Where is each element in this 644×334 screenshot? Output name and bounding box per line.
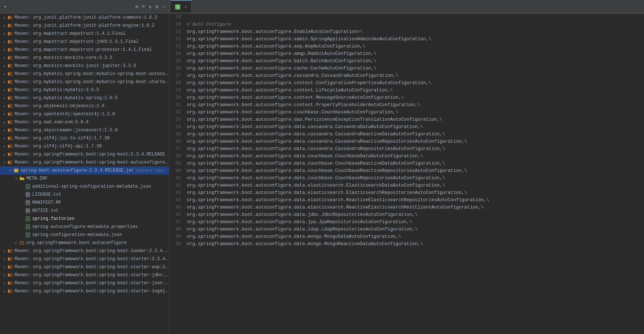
- reader-mode-button[interactable]: [637, 0, 644, 13]
- maven-icon: [7, 273, 13, 278]
- tree-item[interactable]: ▸org.springframework.boot.autoconfigure: [0, 239, 169, 247]
- tree-item[interactable]: ▸Maven: org.slf4j:slf4j-api:1.7.30: [0, 142, 169, 150]
- tree-item-label: Maven: org.slf4j:slf4j-api:1.7.30: [15, 144, 102, 149]
- svg-rect-38: [8, 161, 10, 164]
- expand-icon: ▸: [1, 265, 7, 269]
- sort-icon[interactable]: ⇅: [148, 3, 152, 11]
- tree-item[interactable]: Sspring.factories: [0, 215, 169, 223]
- line-number: 28: [172, 79, 181, 87]
- tree-item-label: Maven: org.mapstruct:mapstruct-jdk8:1.4.…: [15, 39, 138, 44]
- maven-icon: [7, 31, 13, 36]
- tree-item[interactable]: ▸Maven: org.mapstruct:mapstruct-processo…: [0, 46, 169, 54]
- expand-icon: ▸: [1, 48, 7, 52]
- tree-item[interactable]: {}additional-spring-configuration-metada…: [0, 183, 169, 191]
- collapse-icon[interactable]: ≡: [141, 3, 145, 10]
- tree-item[interactable]: ▸Maven: org.mybatis.spring.boot:mybatis-…: [0, 78, 169, 86]
- svg-rect-29: [10, 121, 12, 124]
- svg-rect-26: [8, 113, 10, 116]
- tree-item[interactable]: ▸Maven: org.mybatis.spring.boot:mybatis-…: [0, 70, 169, 78]
- tree-item-label: Maven: org.junit.platform:junit-platform…: [15, 15, 157, 20]
- expand-icon: ▸: [1, 104, 7, 108]
- tree-item[interactable]: ▸Maven: org.springframework.boot:spring-…: [0, 271, 169, 279]
- line-number: 40: [172, 167, 181, 174]
- line-number: 49: [172, 233, 181, 240]
- tree-item[interactable]: NOTICE.txt: [0, 207, 169, 215]
- svg-rect-8: [8, 40, 10, 43]
- tree-item[interactable]: ▾Maven: org.springframework.boot:spring-…: [0, 158, 169, 166]
- tree-item[interactable]: ▸Maven: org.mapstruct:mapstruct-jdk8:1.4…: [0, 38, 169, 46]
- svg-text:S: S: [177, 5, 178, 9]
- svg-rect-39: [10, 161, 12, 164]
- svg-rect-33: [10, 137, 12, 140]
- tab-close-icon[interactable]: ✕: [185, 5, 187, 9]
- tree-item[interactable]: ▸Maven: org.junit.platform:junit-platfor…: [0, 14, 169, 22]
- project-title-label[interactable]: ▼: [3, 5, 6, 8]
- line-number: 27: [172, 72, 181, 79]
- tree-item-label: MANIFEST.MF: [32, 200, 61, 205]
- tree-item-label: Maven: org.ow2.asm:asm:5.0.4: [15, 120, 89, 125]
- expand-icon: ▸: [1, 88, 7, 92]
- maven-icon: [7, 128, 13, 133]
- maven-icon: [7, 39, 13, 44]
- code-editor: 1920212223242526272829303132333435363738…: [169, 14, 644, 334]
- tree-item[interactable]: LICENSE.txt: [0, 191, 169, 199]
- tree-item[interactable]: ▸Maven: org.slf4j:jul-to-slf4j:1.7.30: [0, 134, 169, 142]
- tree-item[interactable]: ▸Maven: org.objenesis:objenesis:2.6: [0, 102, 169, 110]
- tree-item[interactable]: ▸Maven: org.mockito:mockito-junit-jupite…: [0, 62, 169, 70]
- tree-item[interactable]: MANIFEST.MF: [0, 199, 169, 207]
- tree-item[interactable]: Sspring-autoconfigure-metadata.propertie…: [0, 223, 169, 231]
- line-number: 30: [172, 94, 181, 101]
- code-line: org.springframework.boot.autoconfigure.c…: [187, 109, 641, 116]
- tree-item[interactable]: ▸Maven: org.springframework.boot:spring-…: [0, 255, 169, 263]
- locate-icon[interactable]: ⊕: [134, 3, 139, 11]
- tree-item-label: Maven: org.springframework.boot:spring-b…: [15, 264, 169, 270]
- tree-item[interactable]: ▸Maven: org.opentest4j:opentest4j:1.2.0: [0, 110, 169, 118]
- line-number: 38: [172, 153, 181, 160]
- code-line: org.springframework.boot.autoconfigure.c…: [187, 65, 641, 72]
- line-number: 20: [172, 21, 181, 28]
- project-chevron-icon: ▼: [4, 5, 6, 8]
- line-number: 19: [172, 14, 181, 21]
- maven-icon: [7, 248, 13, 254]
- svg-text:S: S: [27, 217, 29, 220]
- tab-spring-factories[interactable]: S ✕: [171, 0, 192, 13]
- tree-item[interactable]: ▸Maven: org.skyscreamer:jsonassert:1.5.0: [0, 126, 169, 134]
- tree-item-label: spring-autoconfigure-metadata.properties: [32, 224, 138, 229]
- maven-icon: [7, 63, 13, 68]
- tree-item[interactable]: ▸Maven: org.junit.platform:junit-platfor…: [0, 22, 169, 30]
- tree-item-label: spring-boot-autoconfigure-2.3.4.RELEASE.…: [21, 168, 134, 173]
- expand-icon: ▸: [1, 16, 7, 20]
- tree-item[interactable]: ▸Maven: org.springframework.boot:spring-…: [0, 263, 169, 271]
- tree-item[interactable]: ▾spring-boot-autoconfigure-2.3.4.RELEASE…: [0, 166, 169, 174]
- txt-file-icon: [25, 208, 31, 213]
- tree-item[interactable]: ▸Maven: org.springframework.boot:spring-…: [0, 247, 169, 255]
- tree-item[interactable]: ▸Maven: org.springframework.boot:spring-…: [0, 287, 169, 295]
- tree-item[interactable]: ▸Maven: org.mybatis:mybatis:3.5.5: [0, 86, 169, 94]
- minimize-icon[interactable]: —: [162, 3, 166, 10]
- tree-item[interactable]: ▸Maven: org.springframework.boot:spring-…: [0, 150, 169, 158]
- maven-icon: [7, 15, 13, 20]
- svg-rect-21: [10, 89, 12, 91]
- tree-item[interactable]: ▸Maven: org.mybatis:mybatis-spring:2.0.5: [0, 94, 169, 102]
- svg-rect-69: [8, 274, 10, 277]
- svg-rect-36: [8, 153, 10, 156]
- tree-item-label: Maven: org.junit.platform:junit-platform…: [15, 23, 155, 28]
- code-line: org.springframework.boot.autoconfigure.d…: [187, 138, 641, 145]
- tree-item-label: Maven: org.mybatis:mybatis-spring:2.0.5: [15, 95, 118, 101]
- svg-text:{}: {}: [27, 185, 29, 188]
- maven-icon: [7, 264, 13, 270]
- expand-icon: ▸: [1, 273, 7, 277]
- tree-item[interactable]: ▾META-INF: [0, 174, 169, 183]
- svg-rect-10: [8, 48, 10, 51]
- tree-item[interactable]: ▸Maven: org.ow2.asm:asm:5.0.4: [0, 118, 169, 126]
- tree-item-label: Maven: org.mybatis.spring.boot:mybatis-s…: [15, 79, 169, 85]
- tree-item[interactable]: {}spring-configuration-metadata.json: [0, 231, 169, 239]
- tree-item[interactable]: ▸Maven: org.mapstruct:mapstruct:1.4.1.Fi…: [0, 30, 169, 38]
- settings-gear-icon[interactable]: ⚙: [155, 3, 159, 11]
- expand-icon: ▸: [1, 153, 7, 157]
- code-content[interactable]: # Auto Configureorg.springframework.boot…: [184, 14, 644, 334]
- tree-item[interactable]: ▸Maven: org.springframework.boot:spring-…: [0, 279, 169, 287]
- tree-item-label: Maven: org.springframework.boot:spring-b…: [15, 289, 169, 294]
- tree-item[interactable]: ▸Maven: org.mockito:mockito-core:3.3.3: [0, 54, 169, 62]
- code-line: org.springframework.boot.autoconfigure.c…: [187, 87, 641, 94]
